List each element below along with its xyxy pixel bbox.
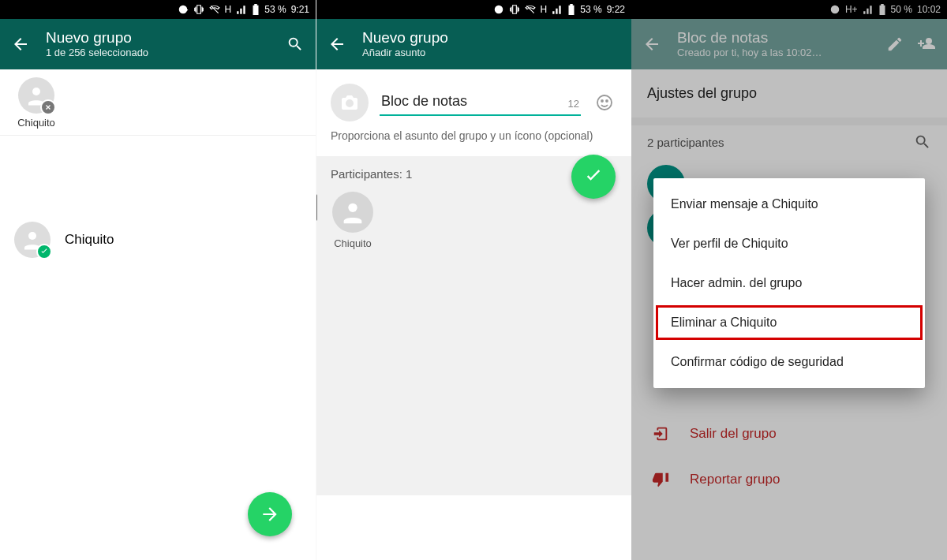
char-counter: 12: [568, 98, 579, 110]
contacts-list[interactable]: Chiquito: [0, 136, 316, 265]
subject-row: 12: [316, 69, 631, 125]
menu-remove-participant[interactable]: Eliminar a Chiquito: [653, 303, 925, 342]
remove-icon[interactable]: [40, 99, 56, 115]
group-photo-button[interactable]: [331, 84, 369, 121]
search-button[interactable]: [279, 28, 311, 60]
svg-point-5: [348, 203, 357, 212]
contact-row[interactable]: Chiquito: [0, 215, 316, 265]
clock-text: 9:21: [291, 4, 309, 15]
subject-hint: Proporciona el asunto del grupo y un íco…: [316, 125, 631, 156]
svg-point-3: [601, 100, 603, 102]
menu-view-profile[interactable]: Ver perfil de Chiquito: [653, 224, 925, 263]
emoji-button[interactable]: [592, 90, 617, 115]
clock-text: 9:22: [607, 4, 625, 15]
avatar-icon: [18, 77, 54, 114]
signal-icon: [236, 4, 247, 15]
wifi-off-icon: [209, 4, 220, 15]
participant-chip[interactable]: Chiquito: [331, 192, 375, 249]
battery-text: 53 %: [264, 4, 286, 15]
participant-name: Chiquito: [331, 237, 375, 249]
back-button[interactable]: [5, 28, 36, 60]
participants-block: Participantes: 1 Chiquito: [316, 156, 631, 495]
phone-screenshot-3: H+ 50 % 10:02 Bloc de notas Creado por t…: [631, 0, 947, 560]
contact-name: Chiquito: [65, 232, 114, 248]
menu-make-admin[interactable]: Hacer admin. del grupo: [653, 263, 925, 303]
wifi-off-icon: [525, 4, 536, 15]
participant-context-menu: Enviar mensaje a Chiquito Ver perfil de …: [653, 178, 925, 388]
avatar-icon: [332, 192, 373, 233]
selected-contact-chip[interactable]: Chiquito: [11, 77, 62, 129]
status-bar: H 53 % 9:22: [316, 0, 631, 19]
battery-text: 53 %: [580, 4, 601, 15]
menu-send-message[interactable]: Enviar mensaje a Chiquito: [653, 185, 925, 224]
svg-point-2: [597, 95, 612, 110]
sync-icon: [493, 4, 504, 15]
selected-check-icon: [36, 244, 52, 259]
selected-contacts-strip: Chiquito: [0, 69, 316, 136]
svg-point-0: [32, 88, 40, 95]
phone-screenshot-1: H 53 % 9:21 Nuevo grupo 1 de 256 selecci…: [0, 0, 316, 560]
app-bar: Nuevo grupo Añadir asunto: [316, 19, 631, 69]
vibrate-icon: [509, 4, 520, 15]
network-type: H: [225, 4, 232, 15]
chip-name: Chiquito: [11, 117, 62, 129]
sync-icon: [178, 4, 189, 15]
page-title: Nuevo grupo: [46, 29, 279, 47]
battery-icon: [567, 4, 575, 15]
scroll-indicator: [316, 194, 317, 221]
vibrate-icon: [193, 4, 204, 15]
status-bar: H 53 % 9:21: [0, 0, 316, 19]
back-button[interactable]: [321, 28, 353, 60]
page-subtitle: Añadir asunto: [362, 47, 627, 59]
confirm-fab[interactable]: [571, 155, 616, 199]
battery-icon: [252, 4, 260, 15]
page-subtitle: 1 de 256 seleccionado: [46, 47, 279, 59]
app-bar: Nuevo grupo 1 de 256 seleccionado: [0, 19, 316, 69]
network-type: H: [541, 4, 548, 15]
phone-screenshot-2: H 53 % 9:22 Nuevo grupo Añadir asunto 12…: [316, 0, 631, 560]
menu-verify-security[interactable]: Confirmar código de seguridad: [653, 342, 925, 382]
svg-point-1: [28, 232, 36, 240]
avatar-icon: [14, 222, 51, 258]
group-subject-input[interactable]: [380, 90, 581, 116]
signal-icon: [552, 4, 563, 15]
page-title: Nuevo grupo: [362, 29, 627, 47]
next-fab[interactable]: [248, 492, 292, 536]
svg-point-4: [606, 100, 608, 102]
